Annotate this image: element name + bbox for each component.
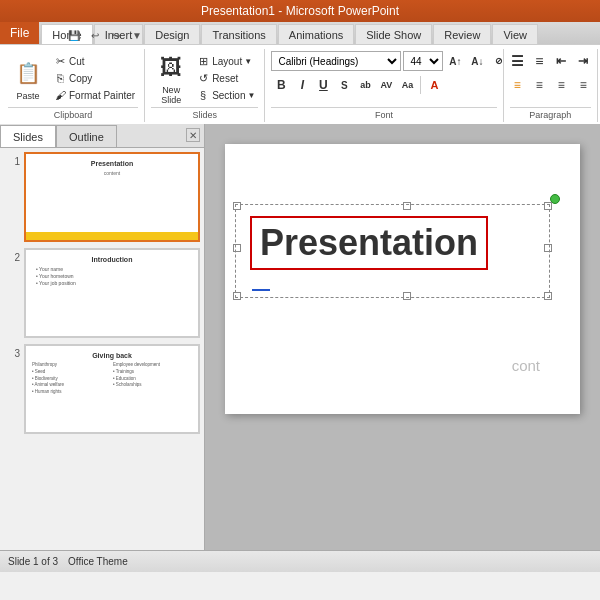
- tab-design[interactable]: Design: [144, 24, 200, 44]
- slide-thumbnail-3[interactable]: Giving back Philanthropy• Seed• Biodiver…: [24, 344, 200, 434]
- increase-font-button[interactable]: A↑: [445, 51, 465, 71]
- decrease-font-button[interactable]: A↓: [467, 51, 487, 71]
- shadow-button[interactable]: ab: [355, 75, 375, 95]
- slides-list: 1 Presentation content 2 Introduction: [0, 148, 204, 550]
- main-area: Slides Outline ✕ 1 Presentation content …: [0, 124, 600, 550]
- slides-label: Slides: [151, 107, 258, 120]
- title-text: Presentation1 - Microsoft PowerPoint: [201, 4, 399, 18]
- slide-number-1: 1: [4, 152, 20, 167]
- reset-icon: ↺: [196, 71, 210, 85]
- new-slide-icon: 🖼: [155, 53, 187, 83]
- tab-review[interactable]: Review: [433, 24, 491, 44]
- slide-title-text[interactable]: Presentation: [250, 216, 488, 270]
- align-right-button[interactable]: ≡: [551, 75, 571, 95]
- file-menu-button[interactable]: File: [0, 22, 39, 44]
- slide-number-3: 3: [4, 344, 20, 359]
- slides-small-group: ⊞ Layout ▼ ↺ Reset § Section ▼: [193, 51, 258, 105]
- save-icon[interactable]: 💾: [65, 26, 83, 44]
- clipboard-group-content: 📋 Paste ✂ Cut ⎘ Copy 🖌 Format Painter: [8, 51, 138, 107]
- slide-2-bullets: • Your name• Your hometown• Your job pos…: [32, 266, 192, 287]
- ribbon: 📋 Paste ✂ Cut ⎘ Copy 🖌 Format Painter Cl…: [0, 44, 600, 124]
- tab-animations[interactable]: Animations: [278, 24, 354, 44]
- slide-2-content: Introduction • Your name• Your hometown•…: [26, 250, 198, 336]
- strikethrough-button[interactable]: S: [334, 75, 354, 95]
- format-painter-button[interactable]: 🖌 Format Painter: [50, 87, 138, 103]
- clipboard-small-group: ✂ Cut ⎘ Copy 🖌 Format Painter: [50, 51, 138, 105]
- paste-button[interactable]: 📋 Paste: [8, 51, 48, 107]
- cut-button[interactable]: ✂ Cut: [50, 53, 138, 69]
- decrease-indent-button[interactable]: ⇤: [551, 51, 571, 71]
- status-bar: Slide 1 of 3 Office Theme: [0, 550, 600, 572]
- align-center-button[interactable]: ≡: [529, 75, 549, 95]
- clipboard-label: Clipboard: [8, 107, 138, 120]
- paragraph-group-content: ☰ ≡ ⇤ ⇥ ≡ ≡ ≡ ≡: [507, 51, 593, 107]
- format-painter-icon: 🖌: [53, 88, 67, 102]
- paste-icon: 📋: [12, 57, 44, 89]
- undo-icon[interactable]: ↩: [86, 26, 104, 44]
- font-group: Calibri (Headings) 44 A↑ A↓ ⊘ B I U S ab…: [265, 49, 503, 122]
- slide-3-content: Giving back Philanthropy• Seed• Biodiver…: [26, 346, 198, 432]
- font-group-content: Calibri (Headings) 44 A↑ A↓ ⊘ B I U S ab…: [271, 51, 496, 107]
- slide-1-body: content: [32, 170, 192, 176]
- slide-thumbnail-1[interactable]: Presentation content: [24, 152, 200, 242]
- section-button[interactable]: § Section ▼: [193, 87, 258, 103]
- underline-button[interactable]: U: [313, 75, 333, 95]
- slide-item-3[interactable]: 3 Giving back Philanthropy• Seed• Biodiv…: [4, 344, 200, 434]
- slide-canvas: Presentation cont: [225, 144, 580, 414]
- slide-3-title: Giving back: [32, 352, 192, 359]
- align-left-button[interactable]: ≡: [507, 75, 527, 95]
- slide-subtitle-text: cont: [512, 357, 540, 374]
- slides-group: 🖼 New Slide ⊞ Layout ▼ ↺ Reset § Section…: [145, 49, 265, 122]
- layout-button[interactable]: ⊞ Layout ▼: [193, 53, 258, 69]
- slide-item-2[interactable]: 2 Introduction • Your name• Your hometow…: [4, 248, 200, 338]
- title-bar: Presentation1 - Microsoft PowerPoint: [0, 0, 600, 22]
- font-label: Font: [271, 107, 496, 120]
- italic-button[interactable]: I: [292, 75, 312, 95]
- slide-item-1[interactable]: 1 Presentation content: [4, 152, 200, 242]
- change-case-button[interactable]: Aa: [397, 75, 417, 95]
- bold-button[interactable]: B: [271, 75, 291, 95]
- char-spacing-button[interactable]: AV: [376, 75, 396, 95]
- outline-tab[interactable]: Outline: [56, 125, 117, 147]
- paragraph-label: Paragraph: [510, 107, 591, 120]
- tab-transitions[interactable]: Transitions: [201, 24, 276, 44]
- slide-3-col1: Philanthropy• Seed• Biodiversity• Animal…: [32, 362, 111, 396]
- slide-count: Slide 1 of 3: [8, 556, 58, 567]
- new-slide-button[interactable]: 🖼 New Slide: [151, 51, 191, 107]
- tab-slideshow[interactable]: Slide Show: [355, 24, 432, 44]
- font-name-select[interactable]: Calibri (Headings): [271, 51, 401, 71]
- slide-panel: Slides Outline ✕ 1 Presentation content …: [0, 124, 205, 550]
- slides-group-content: 🖼 New Slide ⊞ Layout ▼ ↺ Reset § Section…: [151, 51, 258, 107]
- slide-1-title: Presentation: [32, 160, 192, 167]
- theme-name: Office Theme: [68, 556, 128, 567]
- slide-2-title: Introduction: [32, 256, 192, 263]
- title-textbox[interactable]: Presentation: [250, 216, 488, 270]
- slide-number-2: 2: [4, 248, 20, 263]
- numbering-button[interactable]: ≡: [529, 51, 549, 71]
- cut-icon: ✂: [53, 54, 67, 68]
- slide-3-col2: Employee development• Trainings• Educati…: [113, 362, 192, 396]
- quick-access-toolbar: 💾 ↩ ↪ ▼: [65, 26, 146, 44]
- section-icon: §: [196, 88, 210, 102]
- slide-thumbnail-2[interactable]: Introduction • Your name• Your hometown•…: [24, 248, 200, 338]
- font-color-button[interactable]: A: [424, 75, 444, 95]
- reset-button[interactable]: ↺ Reset: [193, 70, 258, 86]
- copy-button[interactable]: ⎘ Copy: [50, 70, 138, 86]
- slides-tab[interactable]: Slides: [0, 125, 56, 147]
- dropdown-icon[interactable]: ▼: [128, 26, 146, 44]
- paragraph-group: ☰ ≡ ⇤ ⇥ ≡ ≡ ≡ ≡ Paragraph: [504, 49, 598, 122]
- slide-1-accent-bar: [26, 232, 198, 240]
- panel-close-button[interactable]: ✕: [186, 128, 200, 142]
- canvas-area[interactable]: Presentation cont: [205, 124, 600, 550]
- increase-indent-button[interactable]: ⇥: [573, 51, 593, 71]
- bullets-button[interactable]: ☰: [507, 51, 527, 71]
- font-size-select[interactable]: 44: [403, 51, 443, 71]
- copy-icon: ⎘: [53, 71, 67, 85]
- title-underline-accent: [252, 289, 270, 291]
- justify-button[interactable]: ≡: [573, 75, 593, 95]
- redo-icon[interactable]: ↪: [107, 26, 125, 44]
- tab-view[interactable]: View: [492, 24, 538, 44]
- slide-3-columns: Philanthropy• Seed• Biodiversity• Animal…: [32, 362, 192, 396]
- layout-icon: ⊞: [196, 54, 210, 68]
- panel-tabs: Slides Outline ✕: [0, 124, 204, 148]
